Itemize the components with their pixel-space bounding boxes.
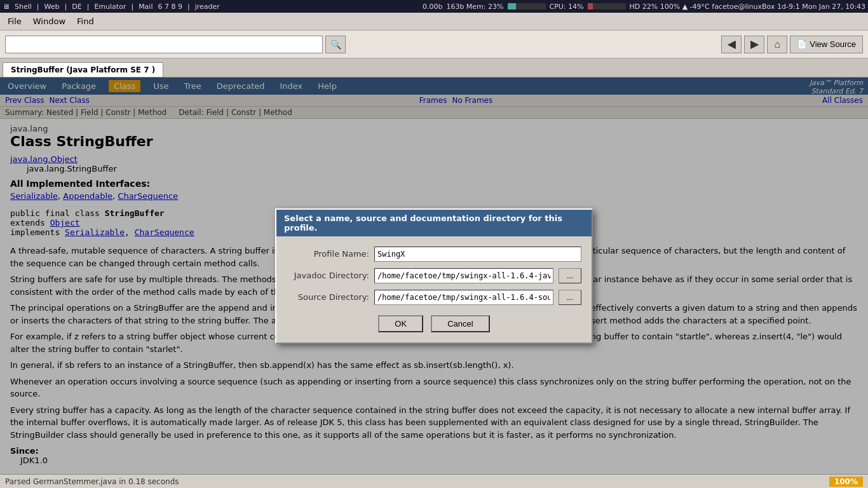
statusbar: Parsed GermanStemmer.java in 0.18 second… [0,474,868,488]
menubar: File Window Find [0,13,868,30]
taskbar-sep2: | [65,3,67,11]
modal-overlay: Select a name, source and documentation … [0,78,868,474]
view-source-button[interactable]: 📄 View Source [790,36,863,53]
forward-icon: ▶ [750,38,758,50]
taskbar-emulator[interactable]: Emulator [94,3,126,11]
zoom-badge: 100% [829,477,863,487]
search-input[interactable] [5,36,323,53]
modal-dialog: Select a name, source and documentation … [275,208,593,344]
modal-buttons: OK Cancel [287,315,581,332]
forward-button[interactable]: ▶ [744,36,764,53]
javadoc-dir-row: Javadoc Directory: ... [287,268,581,283]
cpu-stat: CPU: 14% [550,3,584,11]
taskbar-sep1: | [37,3,39,11]
home-icon: ⌂ [774,39,780,50]
search-icon: 🔍 [330,39,341,50]
back-icon: ◀ [728,38,735,50]
cpu-bar [588,3,626,10]
source-dir-input[interactable] [374,290,553,305]
cancel-button[interactable]: Cancel [431,315,489,332]
main-tab[interactable]: StringBuffer (Java Platform SE 7 ) [3,62,163,77]
modal-title: Select a name, source and documentation … [276,210,592,236]
profile-name-input[interactable] [374,247,581,262]
pdf-icon: 📄 [797,39,807,49]
taskbar-right-info: 0.00b 163b Mem: 23% CPU: 14% HD 22% 100%… [423,3,865,11]
tabbar: StringBuffer (Java Platform SE 7 ) [0,58,868,78]
taskbar-shell[interactable]: Shell [15,3,32,11]
menu-file[interactable]: File [3,15,27,27]
profile-name-row: Profile Name: [287,247,581,262]
taskbar-mail[interactable]: Mail [139,3,153,11]
content-area: Overview Package Class Use Tree Deprecat… [0,78,868,474]
javadoc-dir-label: Javadoc Directory: [287,271,369,280]
taskbar-nums: 6 7 8 9 [158,3,182,11]
modal-body: Profile Name: Javadoc Directory: ... Sou… [276,236,592,342]
source-dir-label: Source Directory: [287,292,369,302]
toolbar: 🔍 ◀ ▶ ⌂ 📄 View Source [0,30,868,58]
app: File Window Find 🔍 ◀ ▶ ⌂ 📄 View Source S… [0,13,868,488]
javadoc-browse-button[interactable]: ... [559,268,581,283]
mem-bar [508,3,546,10]
taskbar: 🖥 Shell | Web | DE | Emulator | Mail 6 7… [0,0,868,13]
profile-name-label: Profile Name: [287,249,369,259]
taskbar-web[interactable]: Web [44,3,60,11]
hd-stat: HD 22% 100% ▲ -49°C facetoe@linuxBox 1d-… [630,3,865,11]
taskbar-jreader[interactable]: jreader [195,3,220,11]
net-stat: 0.00b [423,3,442,11]
ok-button[interactable]: OK [378,315,423,332]
javadoc-dir-input[interactable] [374,268,553,283]
taskbar-sep4: | [131,3,133,11]
mem-stat: 163b Mem: 23% [446,3,503,11]
status-text: Parsed GermanStemmer.java in 0.18 second… [5,477,179,486]
taskbar-icon: 🖥 [3,3,10,11]
menu-find[interactable]: Find [72,15,99,27]
taskbar-sep5: | [187,3,190,11]
source-dir-row: Source Directory: ... [287,290,581,305]
back-button[interactable]: ◀ [721,36,742,53]
taskbar-de[interactable]: DE [72,3,81,11]
search-button[interactable]: 🔍 [325,36,346,53]
menu-window[interactable]: Window [28,15,71,27]
source-browse-button[interactable]: ... [559,290,581,305]
taskbar-sep3: | [87,3,90,11]
home-button[interactable]: ⌂ [767,36,787,53]
view-source-label: View Source [810,39,856,49]
